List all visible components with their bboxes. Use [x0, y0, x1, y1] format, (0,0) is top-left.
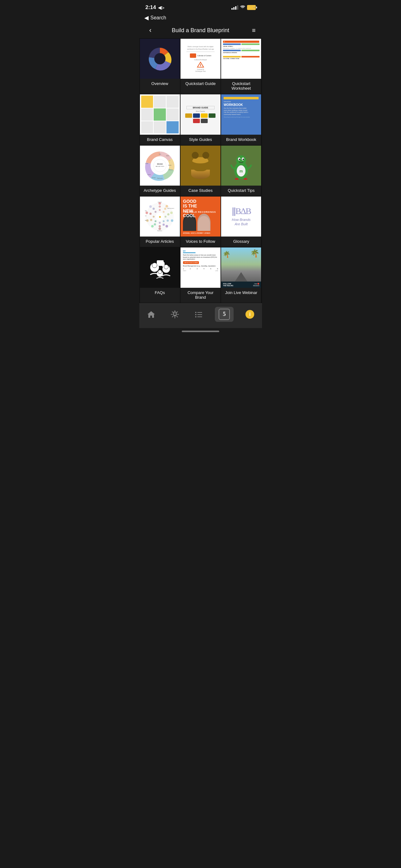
- home-indicator: [139, 328, 262, 335]
- tab-bar: 5 i: [139, 303, 262, 328]
- grid-item-quickstart-guide[interactable]: Build a stronger brand with the digital …: [180, 39, 221, 94]
- svg-point-35: [171, 219, 173, 222]
- brand-canvas-thumbnail: [140, 94, 180, 134]
- tab-info[interactable]: i: [242, 309, 257, 320]
- grid-item-archetype-guides[interactable]: TED T ROLEX Starbucks unicef DIOR BRAND …: [140, 146, 180, 196]
- svg-point-74: [164, 265, 168, 269]
- join-live-webinar-label: Join Live Webinar: [221, 288, 261, 298]
- info-icon: i: [245, 310, 254, 319]
- grid-item-overview[interactable]: Overview: [140, 39, 180, 94]
- svg-point-58: [153, 216, 155, 217]
- svg-point-47: [159, 225, 161, 227]
- grid-item-faqs[interactable]: FAQs: [140, 247, 180, 303]
- svg-point-37: [159, 227, 161, 230]
- grid-item-brand-canvas[interactable]: Brand Canvas: [140, 94, 180, 145]
- compare-your-brand-label: Compare Your Brand: [180, 288, 221, 303]
- back-search-label[interactable]: Search: [151, 15, 166, 21]
- svg-point-38: [151, 225, 154, 227]
- svg-point-55: [163, 220, 165, 222]
- tab-ideas[interactable]: [167, 309, 182, 320]
- svg-text:Starbucks: Starbucks: [157, 178, 163, 179]
- svg-text:TED: TED: [159, 153, 161, 155]
- svg-point-50: [149, 213, 152, 215]
- glossary-label: Glossary: [221, 237, 261, 247]
- svg-point-44: [167, 213, 170, 215]
- gear-icon: [170, 310, 179, 319]
- grid-item-glossary[interactable]: ǁBΔB How BrandsAre Built Glossary: [221, 196, 261, 247]
- brand-workbook-label: Brand Workbook: [221, 135, 261, 145]
- tab-home[interactable]: [144, 309, 159, 320]
- home-icon: [147, 310, 156, 318]
- svg-text:ARCHETYPES: ARCHETYPES: [156, 165, 164, 167]
- svg-point-41: [149, 205, 152, 208]
- svg-text:Shame: Shame: [145, 215, 147, 217]
- svg-text:Hate: Hate: [145, 210, 147, 212]
- grid-item-popular-articles[interactable]: Interest Amusement Pride Hate Disgust Sa…: [140, 196, 180, 247]
- quickstart-tips-label: Quickstart Tips: [221, 186, 261, 196]
- grid-item-case-studies[interactable]: Case Studies: [180, 146, 221, 196]
- svg-point-42: [159, 205, 161, 208]
- svg-point-34: [170, 212, 173, 214]
- popular-articles-label: Popular Articles: [140, 237, 180, 247]
- grid-item-quickstart-tips[interactable]: m: [221, 146, 261, 196]
- svg-point-83: [195, 312, 196, 313]
- svg-point-59: [155, 211, 157, 213]
- tab-list[interactable]: [191, 309, 206, 320]
- svg-point-24: [236, 155, 246, 165]
- svg-text:m: m: [239, 169, 243, 174]
- page-title: Build a Brand Blueprint: [156, 27, 246, 34]
- time-display: 2:14: [145, 4, 156, 11]
- svg-point-33: [166, 205, 168, 208]
- svg-point-53: [163, 211, 165, 213]
- svg-point-85: [195, 314, 196, 315]
- quickstart-tips-thumbnail: m: [221, 146, 261, 186]
- grid-item-join-live-webinar[interactable]: 🌴 🌴 FOLLOWTHE FEELING Live 🔴Sessions Joi…: [221, 247, 261, 303]
- popular-articles-thumbnail: Interest Amusement Pride Hate Disgust Sa…: [140, 196, 180, 237]
- svg-point-48: [154, 223, 156, 225]
- wifi-icon: [240, 5, 245, 10]
- svg-text:Apple: Apple: [168, 164, 172, 166]
- svg-text:Amusement: Amusement: [167, 208, 174, 209]
- svg-point-78: [158, 270, 162, 274]
- svg-text:Interest: Interest: [158, 202, 162, 203]
- grid-item-style-guides[interactable]: BRAND GUIDE Most Popular Style Guides: [180, 94, 221, 145]
- glossary-thumbnail: ǁBΔB How BrandsAre Built: [221, 196, 261, 237]
- overview-thumbnail: [140, 39, 180, 79]
- svg-text:⚡: ⚡: [250, 6, 252, 9]
- svg-text:ROLEX: ROLEX: [169, 169, 173, 170]
- svg-point-43: [164, 208, 166, 210]
- back-search-bar[interactable]: ◀ Search: [139, 13, 262, 24]
- menu-button[interactable]: ≡: [246, 27, 256, 34]
- svg-point-51: [153, 208, 155, 210]
- nav-back-button[interactable]: ‹: [145, 26, 156, 34]
- grid-item-compare-your-brand[interactable]: Q4 Rank the below areas on how you would…: [180, 247, 221, 303]
- svg-text:NIKE: NIKE: [166, 155, 169, 157]
- nav-header: ‹ Build a Brand Blueprint ≡: [139, 24, 262, 38]
- svg-point-57: [155, 220, 157, 222]
- quickstart-worksheet-thumbnail: A VISUAL STIMULI What gives, heightens, …: [221, 39, 261, 79]
- grid-item-brand-workbook[interactable]: Interactive WORKBOOK Ace the five moment…: [221, 94, 261, 145]
- five-number: 5: [223, 311, 226, 317]
- svg-point-52: [159, 209, 161, 211]
- svg-point-45: [167, 219, 169, 221]
- brand-workbook-thumbnail: Interactive WORKBOOK Ace the five moment…: [221, 94, 261, 134]
- grid-item-quickstart-worksheet[interactable]: A VISUAL STIMULI What gives, heightens, …: [221, 39, 261, 94]
- style-guides-thumbnail: BRAND GUIDE Most Popular: [180, 94, 221, 134]
- status-bar: 2:14 ◀▷ ⚡: [139, 0, 262, 13]
- tab-five[interactable]: 5: [215, 307, 234, 322]
- svg-point-40: [145, 212, 148, 214]
- faqs-thumbnail: [140, 247, 180, 287]
- svg-rect-1: [254, 7, 255, 8]
- svg-point-49: [150, 219, 153, 221]
- svg-text:Sadness: Sadness: [157, 230, 162, 231]
- svg-point-4: [154, 53, 166, 64]
- svg-text:unicef: unicef: [147, 174, 151, 175]
- case-studies-label: Case Studies: [180, 186, 221, 196]
- back-search-arrow[interactable]: ◀: [144, 14, 149, 21]
- grid-item-voices-to-follow[interactable]: THE FIELD RECORDINGS GOODIS THENEWCOOL A…: [180, 196, 221, 247]
- svg-text:BRAND: BRAND: [157, 163, 163, 165]
- svg-text:Disgust: Disgust: [145, 219, 148, 221]
- compare-your-brand-thumbnail: Q4 Rank the below areas on how you would…: [180, 247, 221, 287]
- content-grid: Overview Build a stronger brand with the…: [139, 38, 262, 303]
- join-live-webinar-thumbnail: 🌴 🌴 FOLLOWTHE FEELING Live 🔴Sessions: [221, 247, 261, 287]
